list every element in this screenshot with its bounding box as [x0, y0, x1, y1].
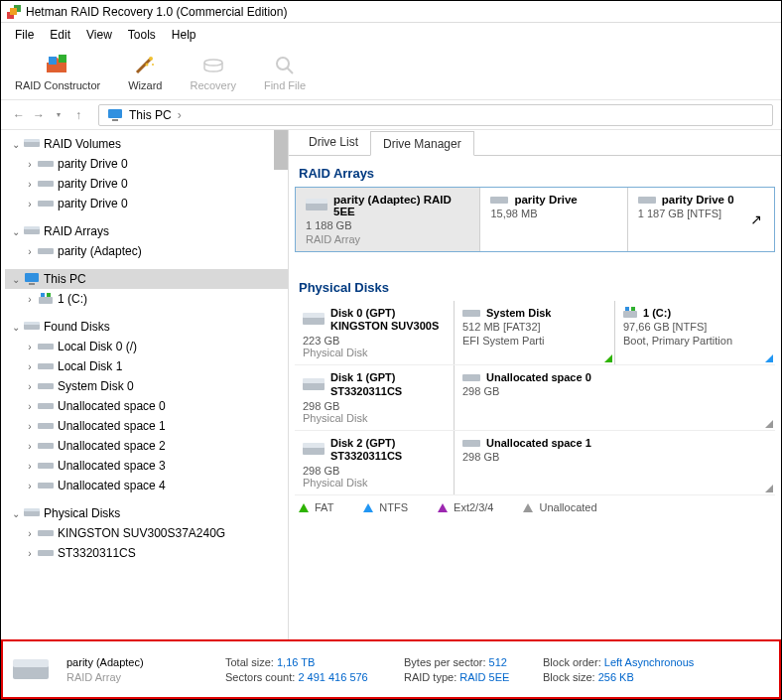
status-type: RAID Array [66, 671, 225, 683]
tree-local-disk-0[interactable]: ›Local Disk 0 (/) [5, 337, 288, 356]
drive-icon [23, 139, 41, 149]
toolbar-wizard-label: Wizard [128, 79, 162, 91]
nav-forward[interactable]: → [29, 105, 49, 125]
tree-unallocated-0[interactable]: ›Unallocated space 0 [5, 396, 288, 416]
toolbar-wizard[interactable]: Wizard [114, 51, 176, 93]
svg-rect-42 [638, 197, 656, 204]
status-raid-type: RAID 5EE [459, 671, 509, 683]
tab-drive-list[interactable]: Drive List [297, 130, 370, 155]
drive-icon [303, 443, 325, 457]
svg-rect-44 [303, 313, 325, 318]
disk-partition[interactable]: Unallocated space 1 298 GB [454, 431, 775, 494]
disk-main[interactable]: Disk 2 (GPT)ST3320311CS 298 GB Physical … [295, 431, 454, 494]
tree-unallocated-3[interactable]: ›Unallocated space 3 [5, 456, 288, 476]
chevron-right-icon[interactable]: › [23, 294, 37, 305]
tree-raid-arrays[interactable]: ⌄ RAID Arrays [5, 221, 288, 241]
status-total-size: 1,16 TB [277, 656, 315, 668]
wand-icon [133, 54, 157, 77]
menu-view[interactable]: View [78, 26, 120, 42]
disk-partition[interactable]: Unallocated space 0 298 GB [454, 365, 775, 429]
tree-parity-drive-0a[interactable]: ›parity Drive 0 [5, 154, 288, 174]
toolbar-raid-label: RAID Constructor [15, 79, 100, 91]
disk-partition[interactable]: System Disk 512 MB [FAT32] EFI System Pa… [454, 301, 614, 364]
chevron-right-icon[interactable]: › [23, 179, 37, 190]
content-panel: Drive List Drive Manager RAID Arrays par… [289, 130, 781, 639]
tree-parity-drive-0c[interactable]: ›parity Drive 0 [5, 194, 288, 213]
menu-tools[interactable]: Tools [120, 26, 164, 42]
raid-card-adaptec[interactable]: parity (Adaptec) RAID 5EE 1 188 GB RAID … [296, 188, 480, 251]
chevron-down-icon[interactable]: ⌄ [9, 139, 23, 150]
menu-bar: File Edit View Tools Help [1, 23, 781, 45]
svg-rect-23 [41, 293, 45, 297]
svg-rect-38 [38, 550, 54, 556]
svg-rect-22 [39, 297, 53, 304]
disk-main[interactable]: Disk 1 (GPT)ST3320311CS 298 GB Physical … [295, 365, 454, 429]
nav-up[interactable]: ↑ [68, 105, 88, 125]
svg-rect-52 [303, 447, 325, 455]
chevron-down-icon[interactable]: ⌄ [9, 322, 23, 333]
drive-icon [303, 378, 325, 392]
svg-rect-47 [625, 307, 629, 311]
tree-unallocated-1[interactable]: ›Unallocated space 1 [5, 416, 288, 436]
menu-edit[interactable]: Edit [42, 26, 78, 42]
disk-partition[interactable]: 1 (C:) 97,66 GB [NTFS] Boot, Primary Par… [614, 301, 775, 364]
chevron-right-icon[interactable]: › [23, 199, 37, 210]
svg-rect-48 [631, 307, 635, 311]
nav-back[interactable]: ← [9, 105, 29, 125]
nav-dropdown[interactable]: ▾ [49, 105, 68, 125]
tree-found-disks[interactable]: ⌄ Found Disks [5, 317, 288, 337]
tree-system-disk-0[interactable]: ›System Disk 0 [5, 376, 288, 396]
drive-icon [37, 159, 55, 169]
disk-main[interactable]: Disk 0 (GPT)KINGSTON SUV300S 223 GB Phys… [295, 301, 454, 364]
svg-rect-45 [462, 310, 480, 317]
chevron-right-icon[interactable]: › [23, 159, 37, 170]
chevron-right-icon[interactable]: › [23, 246, 37, 257]
tree-st[interactable]: ›ST3320311CS [5, 543, 288, 563]
tab-drive-manager[interactable]: Drive Manager [370, 131, 474, 156]
svg-point-6 [152, 64, 154, 66]
status-block-order: Left Asynchronous [604, 656, 695, 668]
raid-card-parity-drive[interactable]: parity Drive 15,98 MB [480, 188, 627, 251]
monitor-icon [23, 273, 41, 285]
address-bar[interactable]: This PC › [98, 104, 773, 126]
drive-icon [623, 307, 637, 319]
tree-unallocated-4[interactable]: ›Unallocated space 4 [5, 476, 288, 495]
toolbar-raid-constructor[interactable]: RAID Constructor [1, 51, 114, 93]
tree-panel: ⌄ RAID Volumes ›parity Drive 0 ›parity D… [1, 130, 289, 639]
menu-file[interactable]: File [7, 26, 42, 42]
chevron-down-icon[interactable]: ⌄ [9, 274, 23, 285]
svg-rect-13 [24, 139, 40, 142]
tree-unallocated-2[interactable]: ›Unallocated space 2 [5, 436, 288, 456]
app-icon [7, 5, 21, 19]
toolbar-find-label: Find File [264, 79, 306, 91]
drive-icon [462, 372, 480, 382]
chevron-down-icon[interactable]: ⌄ [9, 508, 23, 519]
svg-point-5 [146, 63, 149, 66]
tree-drive-c[interactable]: ›1 (C:) [5, 289, 288, 309]
tree-parity-drive-0b[interactable]: ›parity Drive 0 [5, 174, 288, 194]
svg-rect-37 [38, 530, 54, 536]
tree-parity-adaptec[interactable]: ›parity (Adaptec) [5, 241, 288, 261]
tree-raid-volumes[interactable]: ⌄ RAID Volumes [5, 134, 288, 154]
disk-row: Disk 1 (GPT)ST3320311CS 298 GB Physical … [295, 365, 775, 430]
drive-icon [23, 508, 41, 518]
main: ⌄ RAID Volumes ›parity Drive 0 ›parity D… [1, 130, 781, 639]
svg-rect-24 [47, 293, 51, 297]
raid-card-parity-drive-0[interactable]: parity Drive 0 1 187 GB [NTFS] [628, 188, 774, 251]
status-bps: 512 [489, 656, 507, 668]
toolbar-find-file: Find File [250, 51, 320, 93]
tree-physical-disks[interactable]: ⌄ Physical Disks [5, 503, 288, 523]
tree-kingston[interactable]: ›KINGSTON SUV300S37A240G [5, 523, 288, 543]
search-icon [273, 54, 297, 77]
scrollbar-thumb[interactable] [274, 130, 288, 170]
svg-rect-18 [24, 226, 40, 229]
chevron-down-icon[interactable]: ⌄ [9, 226, 23, 237]
svg-rect-40 [306, 199, 327, 204]
tree-local-disk-1[interactable]: ›Local Disk 1 [5, 356, 288, 376]
tree-this-pc[interactable]: ⌄ This PC [5, 269, 288, 289]
status-block-size: 256 KB [598, 671, 634, 683]
breadcrumb-sep: › [178, 108, 182, 122]
svg-line-9 [287, 68, 293, 73]
drive-icon [13, 657, 53, 681]
menu-help[interactable]: Help [164, 26, 204, 42]
